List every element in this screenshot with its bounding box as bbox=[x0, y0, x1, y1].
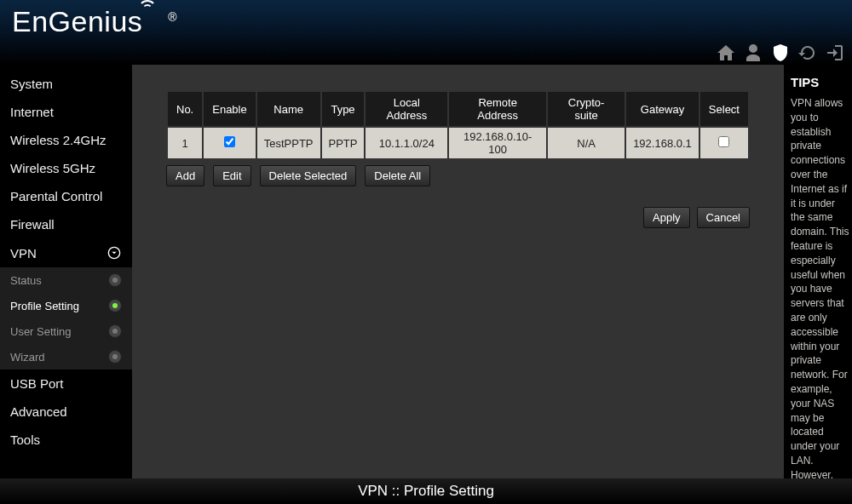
chevron-down-icon bbox=[106, 245, 122, 261]
vpn-profile-table: No. Enable Name Type Local Address Remot… bbox=[166, 90, 750, 160]
apply-button[interactable]: Apply bbox=[643, 207, 690, 228]
cell-select bbox=[700, 128, 748, 158]
sidebar-item-label: Internet bbox=[10, 105, 54, 119]
sidebar-item-label: USB Port bbox=[10, 376, 64, 391]
logo-en: En bbox=[12, 5, 49, 37]
add-button[interactable]: Add bbox=[166, 165, 204, 186]
shield-icon[interactable] bbox=[770, 43, 791, 63]
sidebar-item-label: Advanced bbox=[10, 404, 67, 419]
edit-button[interactable]: Edit bbox=[213, 165, 250, 186]
dot-indicator bbox=[108, 350, 122, 364]
sidebar-item-label: Status bbox=[10, 274, 42, 287]
logout-icon[interactable] bbox=[825, 43, 845, 63]
sidebar-item-label: Wireless 5GHz bbox=[10, 161, 95, 175]
subnav-vpn: Status Profile Setting User Setting Wiza… bbox=[0, 267, 132, 369]
nav-usb-port[interactable]: USB Port bbox=[0, 369, 132, 398]
wifi-icon bbox=[135, 1, 161, 14]
nav-firewall[interactable]: Firewall bbox=[0, 210, 132, 238]
sidebar-item-label: Wireless 2.4GHz bbox=[10, 133, 106, 147]
apply-row: Apply Cancel bbox=[166, 207, 750, 228]
nav-parental[interactable]: Parental Control bbox=[0, 182, 132, 210]
th-enable: Enable bbox=[204, 92, 255, 126]
subnav-user-setting[interactable]: User Setting bbox=[0, 318, 132, 344]
logo-reg: ® bbox=[168, 10, 177, 24]
subnav-status[interactable]: Status bbox=[0, 267, 132, 293]
tips-heading: TIPS bbox=[791, 73, 852, 91]
delete-selected-button[interactable]: Delete Selected bbox=[260, 165, 357, 186]
cell-name: TestPPTP bbox=[257, 128, 320, 158]
enable-checkbox[interactable] bbox=[224, 136, 235, 147]
refresh-icon[interactable] bbox=[797, 43, 818, 63]
logo-genius: Genius bbox=[49, 5, 143, 37]
top-icon-row bbox=[716, 43, 845, 63]
sidebar-item-label: Wizard bbox=[10, 351, 44, 364]
delete-all-button[interactable]: Delete All bbox=[365, 165, 430, 186]
th-remote: Remote Address bbox=[449, 92, 546, 126]
table-button-row: Add Edit Delete Selected Delete All bbox=[166, 165, 750, 186]
th-local: Local Address bbox=[366, 92, 447, 126]
cell-no: 1 bbox=[168, 128, 202, 158]
nav-system[interactable]: System bbox=[0, 70, 132, 98]
th-select: Select bbox=[700, 92, 748, 126]
cell-crypto: N/A bbox=[548, 128, 625, 158]
cell-type: PPTP bbox=[322, 128, 365, 158]
nav-advanced[interactable]: Advanced bbox=[0, 398, 132, 426]
nav-wireless-24[interactable]: Wireless 2.4GHz bbox=[0, 126, 132, 154]
tips-panel: TIPS VPN allows you to establish private… bbox=[784, 65, 852, 478]
select-checkbox[interactable] bbox=[718, 136, 729, 147]
sidebar-item-label: Tools bbox=[10, 432, 40, 447]
nav-vpn[interactable]: VPN bbox=[0, 238, 132, 267]
th-no: No. bbox=[168, 92, 202, 126]
dot-indicator bbox=[108, 299, 122, 312]
cancel-button[interactable]: Cancel bbox=[697, 207, 750, 228]
footer-breadcrumb: VPN :: Profile Setting bbox=[0, 478, 852, 504]
home-icon[interactable] bbox=[716, 43, 736, 63]
table-row: 1 TestPPTP PPTP 10.1.1.0/24 192.168.0.10… bbox=[168, 128, 748, 158]
topbar: EnGenius® bbox=[0, 0, 852, 65]
cell-remote: 192.168.0.10-100 bbox=[449, 128, 546, 158]
subnav-wizard[interactable]: Wizard bbox=[0, 344, 132, 369]
sidebar: System Internet Wireless 2.4GHz Wireless… bbox=[0, 65, 132, 478]
th-type: Type bbox=[322, 92, 365, 126]
brand-logo: EnGenius® bbox=[12, 5, 177, 38]
th-gateway: Gateway bbox=[626, 92, 699, 126]
user-icon[interactable] bbox=[743, 43, 763, 63]
dot-indicator bbox=[108, 273, 122, 287]
nav-tools[interactable]: Tools bbox=[0, 426, 132, 454]
subnav-profile-setting[interactable]: Profile Setting bbox=[0, 293, 132, 318]
cell-gateway: 192.168.0.1 bbox=[626, 128, 699, 158]
sidebar-item-label: VPN bbox=[10, 246, 37, 261]
sidebar-item-label: System bbox=[10, 77, 53, 91]
nav-internet[interactable]: Internet bbox=[0, 98, 132, 126]
main-panel: No. Enable Name Type Local Address Remot… bbox=[132, 65, 784, 478]
sidebar-item-label: Parental Control bbox=[10, 189, 102, 203]
th-name: Name bbox=[257, 92, 320, 126]
cell-enable bbox=[204, 128, 255, 158]
sidebar-item-label: Profile Setting bbox=[10, 300, 79, 312]
sidebar-item-label: Firewall bbox=[10, 217, 55, 232]
dot-indicator bbox=[108, 324, 122, 338]
nav-wireless-5[interactable]: Wireless 5GHz bbox=[0, 154, 132, 182]
th-crypto: Crypto-suite bbox=[548, 92, 625, 126]
cell-local: 10.1.1.0/24 bbox=[366, 128, 447, 158]
tips-body: VPN allows you to establish private conn… bbox=[791, 96, 852, 478]
sidebar-item-label: User Setting bbox=[10, 325, 72, 338]
